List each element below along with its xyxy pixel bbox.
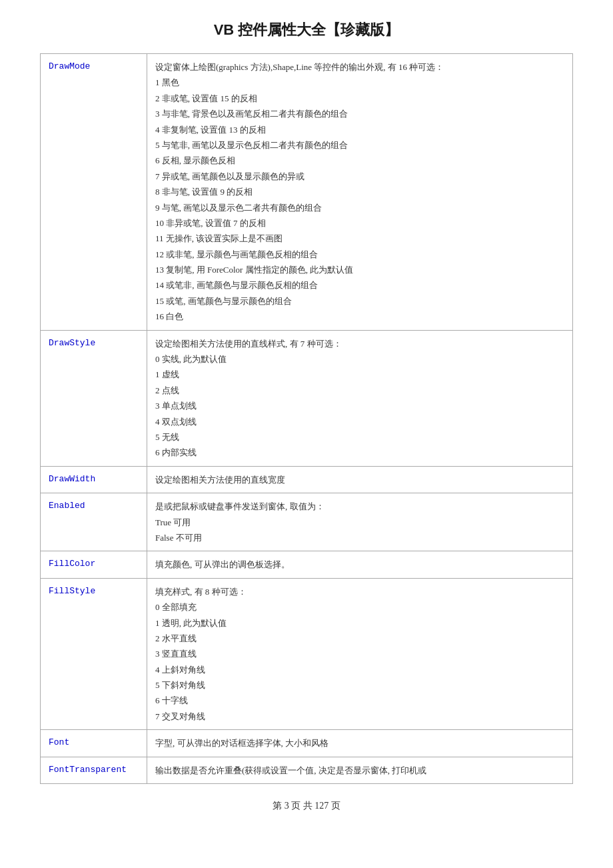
table-row: DrawMode设定窗体上绘图(graphics 方法),Shape,Line … <box>41 54 573 331</box>
property-name: DrawStyle <box>41 330 147 466</box>
description-line: 1 透明, 此为默认值 <box>155 615 564 631</box>
table-row: DrawWidth设定绘图相关方法使用的直线宽度 <box>41 466 573 493</box>
table-row: Enabled是或把鼠标或键盘事件发送到窗体, 取值为：True 可用False… <box>41 493 573 551</box>
description-line: 15 或笔, 画笔颜色与显示颜色的组合 <box>155 293 564 309</box>
property-description: 设定绘图相关方法使用的直线样式, 有 7 种可选：0 实线, 此为默认值1 虚线… <box>147 330 573 466</box>
description-line: 4 上斜对角线 <box>155 662 564 677</box>
description-line: 0 实线, 此为默认值 <box>155 351 564 367</box>
description-line: 2 水平直线 <box>155 631 564 646</box>
description-line: 1 虚线 <box>155 367 564 382</box>
description-line: 7 交叉对角线 <box>155 709 564 724</box>
property-name: Font <box>41 730 147 757</box>
property-description: 设定绘图相关方法使用的直线宽度 <box>147 466 573 493</box>
description-line: 6 反相, 显示颜色反相 <box>155 153 564 168</box>
description-line: 11 无操作, 该设置实际上是不画图 <box>155 231 564 246</box>
description-line: 4 非复制笔, 设置值 13 的反相 <box>155 122 564 137</box>
property-description: 填充样式, 有 8 种可选：0 全部填充1 透明, 此为默认值2 水平直线3 竖… <box>147 578 573 730</box>
description-line: 7 异或笔, 画笔颜色以及显示颜色的异或 <box>155 169 564 184</box>
description-line: 填充颜色, 可从弹出的调色板选择。 <box>155 557 564 572</box>
table-row: FillColor填充颜色, 可从弹出的调色板选择。 <box>41 551 573 578</box>
description-line: 0 全部填充 <box>155 599 564 615</box>
description-line: 9 与笔, 画笔以及显示色二者共有颜色的组合 <box>155 200 564 215</box>
property-name: DrawMode <box>41 54 147 331</box>
property-name: FillStyle <box>41 578 147 730</box>
description-line: 16 白色 <box>155 309 564 324</box>
description-line: True 可用 <box>155 515 564 530</box>
description-line: 5 与笔非, 画笔以及显示色反相二者共有颜色的组合 <box>155 137 564 153</box>
footer-text: 第 3 页 共 127 页 <box>273 801 340 811</box>
description-line: 6 十字线 <box>155 693 564 708</box>
description-line: 5 无线 <box>155 429 564 445</box>
property-description: 填充颜色, 可从弹出的调色板选择。 <box>147 551 573 578</box>
property-name: FontTransparent <box>41 757 147 783</box>
description-line: 3 单点划线 <box>155 398 564 413</box>
description-line: 设定绘图相关方法使用的直线样式, 有 7 种可选： <box>155 336 564 351</box>
table-row: DrawStyle设定绘图相关方法使用的直线样式, 有 7 种可选：0 实线, … <box>41 330 573 466</box>
description-line: 填充样式, 有 8 种可选： <box>155 584 564 599</box>
description-line: False 不可用 <box>155 530 564 545</box>
property-description: 输出数据是否允许重叠(获得或设置一个值, 决定是否显示窗体, 打印机或 <box>147 757 573 783</box>
description-line: 3 与非笔, 背景色以及画笔反相二者共有颜色的组合 <box>155 106 564 121</box>
table-row: FontTransparent输出数据是否允许重叠(获得或设置一个值, 决定是否… <box>41 757 573 783</box>
page-footer: 第 3 页 共 127 页 <box>40 800 573 812</box>
description-line: 14 或笔非, 画笔颜色与显示颜色反相的组合 <box>155 277 564 293</box>
description-line: 12 或非笔, 显示颜色与画笔颜色反相的组合 <box>155 247 564 262</box>
table-row: FillStyle填充样式, 有 8 种可选：0 全部填充1 透明, 此为默认值… <box>41 578 573 730</box>
property-name: DrawWidth <box>41 466 147 493</box>
description-line: 2 非或笔, 设置值 15 的反相 <box>155 91 564 106</box>
property-name: Enabled <box>41 493 147 551</box>
property-description: 是或把鼠标或键盘事件发送到窗体, 取值为：True 可用False 不可用 <box>147 493 573 551</box>
description-line: 3 竖直直线 <box>155 646 564 661</box>
description-line: 1 黑色 <box>155 75 564 90</box>
description-line: 2 点线 <box>155 383 564 398</box>
page-title: VB 控件属性大全【珍藏版】 <box>40 20 573 40</box>
description-line: 字型, 可从弹出的对话框选择字体, 大小和风格 <box>155 735 564 751</box>
properties-table: DrawMode设定窗体上绘图(graphics 方法),Shape,Line … <box>40 53 573 784</box>
property-name: FillColor <box>41 551 147 578</box>
description-line: 10 非异或笔, 设置值 7 的反相 <box>155 215 564 231</box>
description-line: 4 双点划线 <box>155 414 564 429</box>
table-row: Font字型, 可从弹出的对话框选择字体, 大小和风格 <box>41 730 573 757</box>
description-line: 6 内部实线 <box>155 445 564 460</box>
description-line: 设定窗体上绘图(graphics 方法),Shape,Line 等控件的输出外观… <box>155 59 564 75</box>
description-line: 13 复制笔, 用 ForeColor 属性指定的颜色, 此为默认值 <box>155 262 564 277</box>
description-line: 设定绘图相关方法使用的直线宽度 <box>155 472 564 487</box>
property-description: 设定窗体上绘图(graphics 方法),Shape,Line 等控件的输出外观… <box>147 54 573 331</box>
description-line: 5 下斜对角线 <box>155 677 564 693</box>
description-line: 是或把鼠标或键盘事件发送到窗体, 取值为： <box>155 499 564 514</box>
description-line: 输出数据是否允许重叠(获得或设置一个值, 决定是否显示窗体, 打印机或 <box>155 763 564 778</box>
property-description: 字型, 可从弹出的对话框选择字体, 大小和风格 <box>147 730 573 757</box>
description-line: 8 非与笔, 设置值 9 的反相 <box>155 184 564 199</box>
